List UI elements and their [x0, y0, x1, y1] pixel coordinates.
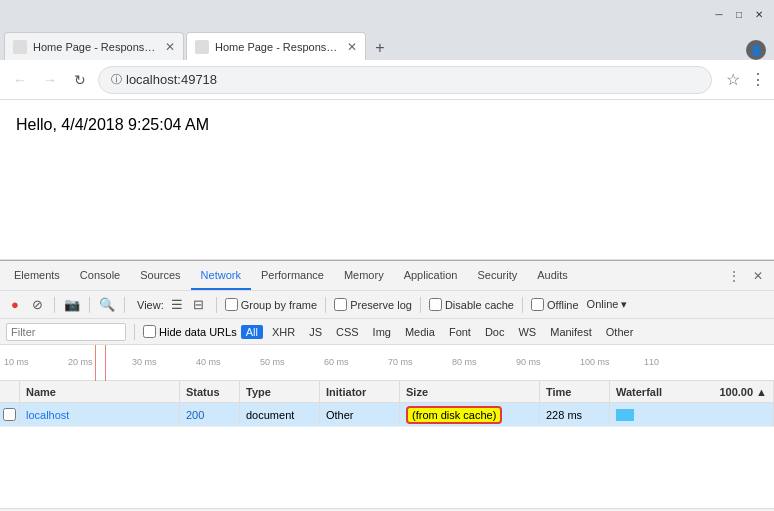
filter-xhr[interactable]: XHR	[267, 325, 300, 339]
filter-img[interactable]: Img	[368, 325, 396, 339]
new-tab-button[interactable]: +	[368, 36, 392, 60]
menu-icon[interactable]: ⋮	[750, 70, 766, 89]
tick-30: 30 ms	[132, 357, 157, 367]
tab-network[interactable]: Network	[191, 261, 251, 290]
preserve-log-checkbox[interactable]	[334, 298, 347, 311]
profile-icon[interactable]: 👤	[746, 40, 766, 60]
filter-font[interactable]: Font	[444, 325, 476, 339]
devtools-more-icon[interactable]: ⋮	[724, 266, 744, 286]
tab-title-1: Home Page - ResponseC...	[33, 41, 159, 53]
filter-input[interactable]	[6, 323, 126, 341]
tick-20: 20 ms	[68, 357, 93, 367]
row-waterfall	[610, 403, 774, 426]
tab-close-1[interactable]: ✕	[165, 40, 175, 54]
devtools-icons: ⋮ ✕	[724, 266, 774, 286]
waterfall-bar	[616, 409, 634, 421]
toolbar-sep-7	[522, 297, 523, 313]
minimize-button[interactable]: ─	[712, 7, 726, 21]
offline-label: Offline	[547, 299, 579, 311]
tab-sources[interactable]: Sources	[130, 261, 190, 290]
row-size: (from disk cache)	[400, 403, 540, 426]
preserve-log-wrap[interactable]: Preserve log	[334, 298, 412, 311]
filter-js[interactable]: JS	[304, 325, 327, 339]
browser-tabs: Home Page - ResponseC... ✕ Home Page - R…	[0, 28, 774, 60]
disable-cache-checkbox[interactable]	[429, 298, 442, 311]
th-type[interactable]: Type	[240, 381, 320, 402]
tick-110: 110	[644, 357, 659, 367]
disable-cache-label: Disable cache	[445, 299, 514, 311]
network-toolbar: ● ⊘ 📷 🔍 View: ☰ ⊟ Group by frame Preserv…	[0, 291, 774, 319]
tab-favicon-1	[13, 40, 27, 54]
filter-doc[interactable]: Doc	[480, 325, 510, 339]
network-table: Name Status Type Initiator Size Time Wat…	[0, 381, 774, 508]
th-name[interactable]: Name	[20, 381, 180, 402]
group-by-frame-checkbox[interactable]	[225, 298, 238, 311]
refresh-button[interactable]: ↻	[68, 68, 92, 92]
disable-cache-wrap[interactable]: Disable cache	[429, 298, 514, 311]
th-initiator[interactable]: Initiator	[320, 381, 400, 402]
record-button[interactable]: ●	[6, 296, 24, 314]
close-button[interactable]: ✕	[752, 7, 766, 21]
tab-favicon-2	[195, 40, 209, 54]
online-dropdown[interactable]: Online ▾	[587, 298, 628, 311]
timeline-marker-1	[95, 345, 96, 381]
filter-button[interactable]: 🔍	[98, 296, 116, 314]
tick-40: 40 ms	[196, 357, 221, 367]
filter-css[interactable]: CSS	[331, 325, 364, 339]
th-size[interactable]: Size	[400, 381, 540, 402]
filter-other[interactable]: Other	[601, 325, 639, 339]
row-time: 228 ms	[540, 403, 610, 426]
hide-data-urls-wrap[interactable]: Hide data URLs	[143, 325, 237, 338]
filter-ws[interactable]: WS	[513, 325, 541, 339]
tab-performance[interactable]: Performance	[251, 261, 334, 290]
filter-manifest[interactable]: Manifest	[545, 325, 597, 339]
filter-all[interactable]: All	[241, 325, 263, 339]
table-header: Name Status Type Initiator Size Time Wat…	[0, 381, 774, 403]
tab-console[interactable]: Console	[70, 261, 130, 290]
camera-button[interactable]: 📷	[63, 296, 81, 314]
tab-2[interactable]: Home Page - ResponseC... ✕	[186, 32, 366, 60]
view-tree-icon[interactable]: ⊟	[190, 296, 208, 314]
th-time[interactable]: Time	[540, 381, 610, 402]
bookmark-icon[interactable]: ☆	[726, 70, 740, 89]
title-bar: ─ □ ✕	[0, 0, 774, 28]
group-by-frame-wrap[interactable]: Group by frame	[225, 298, 317, 311]
group-by-frame-label: Group by frame	[241, 299, 317, 311]
toolbar-sep-5	[325, 297, 326, 313]
offline-wrap[interactable]: Offline	[531, 298, 579, 311]
clear-button[interactable]: ⊘	[28, 296, 46, 314]
forward-button[interactable]: →	[38, 68, 62, 92]
hide-data-urls-checkbox[interactable]	[143, 325, 156, 338]
row-checkbox[interactable]	[3, 408, 16, 421]
filter-media[interactable]: Media	[400, 325, 440, 339]
th-status[interactable]: Status	[180, 381, 240, 402]
tick-70: 70 ms	[388, 357, 413, 367]
hide-data-urls-label: Hide data URLs	[159, 326, 237, 338]
tab-security[interactable]: Security	[467, 261, 527, 290]
back-button[interactable]: ←	[8, 68, 32, 92]
tick-50: 50 ms	[260, 357, 285, 367]
view-list-icon[interactable]: ☰	[168, 296, 186, 314]
toolbar-sep-4	[216, 297, 217, 313]
timeline-marker-2	[105, 345, 106, 381]
tab-audits[interactable]: Audits	[527, 261, 578, 290]
th-waterfall[interactable]: Waterfall 100.00 ▲	[610, 381, 774, 402]
th-checkbox	[0, 381, 20, 402]
tab-memory[interactable]: Memory	[334, 261, 394, 290]
devtools-close-icon[interactable]: ✕	[748, 266, 768, 286]
from-disk-cache-badge: (from disk cache)	[406, 406, 502, 424]
tab-1[interactable]: Home Page - ResponseC... ✕	[4, 32, 184, 60]
tick-100: 100 ms	[580, 357, 610, 367]
table-row[interactable]: localhost 200 document Other (from disk …	[0, 403, 774, 427]
tab-application[interactable]: Application	[394, 261, 468, 290]
page-content: Hello, 4/4/2018 9:25:04 AM	[0, 100, 774, 260]
tab-close-2[interactable]: ✕	[347, 40, 357, 54]
tick-90: 90 ms	[516, 357, 541, 367]
network-timeline: 10 ms 20 ms 30 ms 40 ms 50 ms 60 ms 70 m…	[0, 345, 774, 381]
toolbar-sep-1	[54, 297, 55, 313]
tab-title-2: Home Page - ResponseC...	[215, 41, 341, 53]
offline-checkbox[interactable]	[531, 298, 544, 311]
maximize-button[interactable]: □	[732, 7, 746, 21]
tab-elements[interactable]: Elements	[4, 261, 70, 290]
address-input-wrap[interactable]: ⓘ localhost:49718	[98, 66, 712, 94]
